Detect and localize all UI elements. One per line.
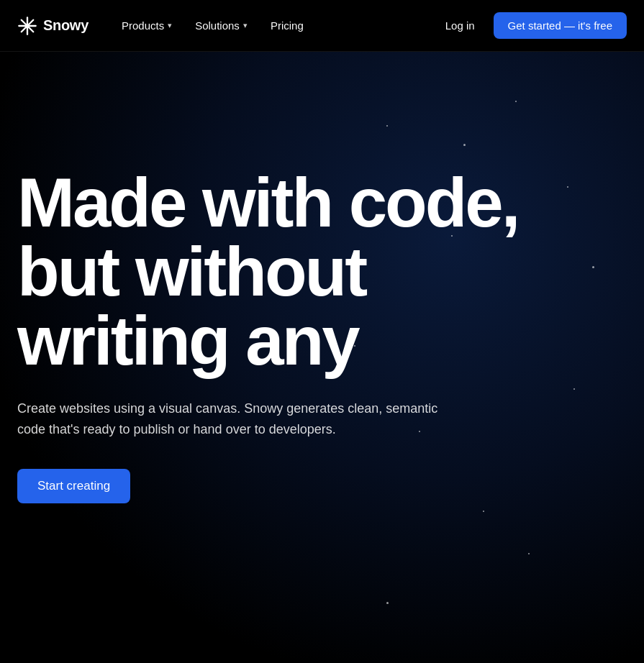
particle-dot <box>483 511 484 512</box>
hero-subtitle: Create websites using a visual canvas. S… <box>17 398 463 440</box>
login-button[interactable]: Log in <box>435 14 485 37</box>
nav-solutions[interactable]: Solutions ▾ <box>185 14 258 37</box>
solutions-label: Solutions <box>195 19 240 32</box>
svg-point-0 <box>26 24 30 27</box>
nav-links: Products ▾ Solutions ▾ Pricing <box>112 14 435 37</box>
particle-dot <box>528 553 530 554</box>
logo[interactable]: Snowy <box>17 16 89 36</box>
hero-section: Made with code, but without writing any … <box>0 52 644 663</box>
particle-dot <box>515 101 517 102</box>
logo-text: Snowy <box>43 17 89 34</box>
products-chevron-icon: ▾ <box>168 21 172 30</box>
hero-content: Made with code, but without writing any … <box>17 168 579 503</box>
products-label: Products <box>122 19 164 32</box>
particle-dot <box>386 125 388 127</box>
particle-dot <box>463 144 466 146</box>
nav-pricing[interactable]: Pricing <box>260 14 314 37</box>
hero-title-line2: but without <box>17 233 366 310</box>
nav-products[interactable]: Products ▾ <box>112 14 182 37</box>
pricing-label: Pricing <box>271 19 304 32</box>
nav-actions: Log in Get started — it's free <box>435 12 627 39</box>
snowflake-icon <box>17 16 37 36</box>
solutions-chevron-icon: ▾ <box>243 21 248 30</box>
navbar: Snowy Products ▾ Solutions ▾ Pricing Log… <box>0 0 644 52</box>
hero-title: Made with code, but without writing any <box>17 168 579 375</box>
particle-dot <box>592 266 594 268</box>
hero-title-line3: writing any <box>17 302 358 379</box>
get-started-button[interactable]: Get started — it's free <box>494 12 627 39</box>
start-creating-button[interactable]: Start creating <box>17 469 130 503</box>
particle-dot <box>386 602 389 604</box>
hero-title-line1: Made with code, <box>17 164 518 241</box>
